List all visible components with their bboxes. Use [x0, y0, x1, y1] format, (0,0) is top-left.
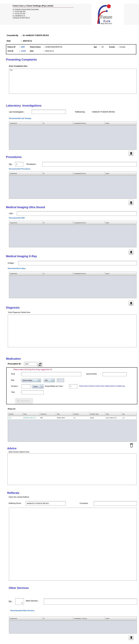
colon: : — [19, 46, 20, 48]
lab-investigation-input[interactable] — [32, 110, 66, 114]
visit-date-label: Date — [30, 50, 34, 52]
colon: : — [118, 46, 118, 48]
recommended-xrays-table[interactable]: DepartmentIDInvestigation/ServiceStatus — [9, 272, 136, 298]
column-header: Fequency — [40, 412, 56, 416]
recommended-other-table[interactable]: DepartmentIDInvestigation / ServiceStatu… — [9, 616, 137, 634]
complaints-textarea[interactable] — [9, 68, 136, 94]
company-address: Le Chainter,Victoria,Mahe,Seychelles — [13, 8, 78, 10]
uss-input[interactable] — [17, 211, 137, 216]
colon: : — [44, 46, 44, 48]
way-label: Way — [11, 379, 14, 381]
duration-unit-select[interactable]: Day/s ▼ — [32, 384, 44, 388]
other-qty-label: Qty : — [9, 600, 12, 602]
trash-outline-icon — [130, 443, 134, 448]
reffered-by-value: HANECKY FUENTE REYES — [92, 111, 115, 113]
clear-other-services-button[interactable] — [129, 635, 134, 640]
colon: : — [20, 391, 21, 393]
colon: : — [20, 379, 21, 381]
advice-label: Enter Doctor's Advice Here — [9, 451, 29, 453]
trash-icon — [130, 250, 132, 254]
table-row[interactable]: 901BENZOCAINE,CHLBIDBefore Meal10Day/spu… — [8, 416, 136, 419]
refferal-listbox[interactable] — [9, 508, 137, 581]
per-meal-input[interactable] — [69, 384, 78, 388]
column-header: ID — [42, 172, 73, 176]
logo-word-future: Future — [100, 14, 112, 20]
column-header: Department — [9, 272, 42, 276]
column-header: Status — [104, 172, 136, 176]
colon: : — [100, 373, 100, 375]
logo-care-c: C — [104, 20, 106, 23]
colon: : — [21, 34, 23, 36]
date-value: 2024-03-11 — [23, 40, 32, 42]
column-header: Qty — [122, 412, 136, 416]
table-header-row: DepartmentIDInvestigation/ServiceStatus — [9, 221, 136, 225]
procedures-input[interactable] — [42, 162, 137, 166]
clear-lab-button[interactable] — [129, 150, 134, 156]
column-header: Status — [104, 221, 136, 225]
company-name: Future Care by Future Holdings (Pty) Lim… — [13, 5, 78, 7]
company-number: Company No.8417652-2 — [13, 17, 78, 19]
advice-textarea[interactable] — [8, 453, 136, 485]
table-cell: 901 — [8, 416, 22, 419]
patient-id-value: 6084 — [21, 46, 25, 48]
add-drug-button[interactable]: Add Drug — [15, 398, 33, 404]
column-header: Status — [104, 272, 136, 276]
table-body — [9, 276, 136, 298]
table-header-row: DepartmentIDInvestigation / ServiceStatu… — [9, 617, 136, 620]
age-value: 82 — [102, 46, 104, 48]
other-services-input[interactable] — [44, 598, 137, 604]
drug-entry-box: Please select the Drug from Drug suggess… — [6, 367, 137, 404]
other-services-title: Other Services — [9, 586, 29, 590]
clear-xray-button[interactable] — [129, 300, 134, 306]
drug-list-table[interactable]: Drug IDDrugFequencyWayDurationDuration T… — [8, 412, 136, 442]
consultant-input[interactable] — [94, 501, 137, 506]
recommended-xrays-label: Recommended X-Rays — [8, 268, 26, 269]
duration-unit-value: Day/s — [32, 386, 40, 387]
meal-select[interactable]: Before Meal ▼ — [22, 378, 41, 382]
prescription-id-label: Prescription ID : — [8, 363, 22, 365]
colon: : — [20, 373, 21, 375]
refresh-prescription-button[interactable] — [37, 362, 43, 367]
xrays-input[interactable] — [18, 261, 137, 265]
prescription-id-input[interactable] — [24, 362, 37, 366]
clear-uss-button[interactable] — [129, 250, 134, 254]
drug-input[interactable] — [22, 372, 81, 376]
recommended-lab-table[interactable]: DepartmentIDInvestigation/ServiceStatus — [9, 121, 136, 150]
table-header-row: DepartmentIDInvestigation/ServiceStatus — [9, 122, 136, 125]
column-header: Department — [9, 617, 42, 620]
column-header: Way — [56, 412, 73, 416]
patient-info-box: Patient ID : 6084 Patient Name : JOSEPHI… — [6, 44, 136, 54]
clear-advice-button[interactable] — [130, 443, 134, 448]
advice-title: Advice — [7, 447, 16, 450]
procedures-qty-input[interactable] — [15, 162, 23, 166]
recommended-uss-label: Recommended USS — [9, 217, 25, 219]
procedures-label: Procedures : — [26, 163, 36, 165]
logo-tagline: Body Mind Soul — [101, 22, 112, 24]
diagnosis-textarea[interactable] — [8, 314, 136, 347]
other-qty-input[interactable]: 1 — [15, 598, 24, 605]
date-label: Date — [7, 40, 21, 42]
consulted-by-value: Dr. HANECKY FUENTE REYES — [23, 34, 49, 36]
table-body — [9, 620, 136, 634]
duration-input[interactable] — [22, 384, 31, 388]
recommended-uss-table[interactable]: DepartmentIDInvestigation/ServiceStatus — [9, 221, 136, 247]
recommended-lab-label: Recommended Lab Testings — [9, 118, 31, 119]
logo-word-care: C♥re — [104, 20, 110, 23]
column-header: ID — [42, 221, 73, 225]
reffering-doctor-label: Reffering Doctor — [9, 502, 21, 504]
frequency-select[interactable]: OD ▼ — [44, 378, 55, 382]
table-cell: 10 — [73, 416, 89, 419]
lab-investigation-label: Lab Investingation : — [9, 111, 24, 113]
special-notes-input[interactable] — [102, 372, 127, 376]
laboratory-title: Laboratory Investigations — [6, 104, 42, 107]
column-header: Drug — [22, 412, 40, 416]
special-notes-label: Special Notes — [86, 373, 97, 375]
chevron-down-icon: ▼ — [40, 384, 44, 388]
colon: : — [21, 40, 23, 42]
total-input[interactable] — [22, 390, 44, 394]
table-header-row: DepartmentIDInvestigation/ServiceStatus — [9, 272, 136, 276]
recommended-procedures-table[interactable]: DepartmentIDInvestigation/ServiceStatus — [9, 172, 136, 199]
trash-icon — [130, 636, 133, 639]
clear-procedures-button[interactable] — [129, 200, 134, 205]
reffering-doctor-input[interactable] — [26, 501, 66, 506]
